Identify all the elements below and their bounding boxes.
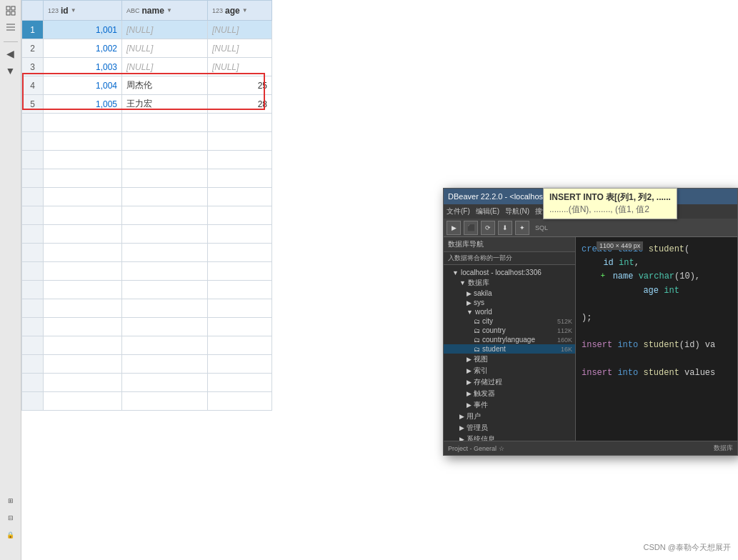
nav-item-sysinfo[interactable]: ▶ 系统信息 bbox=[444, 434, 575, 441]
toolbar-bottom-btn-2[interactable]: ⊟ bbox=[2, 510, 19, 526]
menu-edit[interactable]: 编辑(E) bbox=[476, 206, 499, 216]
nav-expand-icon: ▶ bbox=[459, 436, 464, 441]
nav-item-triggers[interactable]: ▶ 触发器 bbox=[444, 388, 575, 399]
table-icon: 🗂 bbox=[474, 327, 480, 334]
nav-item-label: sys bbox=[474, 299, 484, 306]
cell-name[interactable]: [NULL] bbox=[122, 21, 208, 39]
cell-id[interactable]: 1,004 bbox=[44, 76, 122, 95]
nav-item-events[interactable]: ▶ 事件 bbox=[444, 399, 575, 411]
nav-tree: ▼ localhost - localhost:3306 ▼ 数据库 ▶ sak… bbox=[444, 265, 575, 441]
code-line-5: ); bbox=[582, 311, 732, 325]
nav-item-label: city bbox=[482, 317, 493, 325]
sql-hint-box: INSERT INTO 表[(列1, 列2, ...... ........(值… bbox=[543, 188, 677, 219]
code-line-3: + name varchar(10), bbox=[582, 270, 732, 284]
nav-item-label: localhost - localhost:3306 bbox=[461, 269, 542, 276]
cell-name[interactable]: 周杰伦 bbox=[122, 76, 208, 95]
row-number: 5 bbox=[22, 95, 44, 114]
svg-rect-3 bbox=[11, 11, 15, 15]
nav-item-indexes[interactable]: ▶ 索引 bbox=[444, 365, 575, 376]
nav-item-size: 160K bbox=[557, 336, 572, 344]
sort-icon-age[interactable]: ▼ bbox=[242, 7, 248, 14]
nav-item-city[interactable]: 🗂 city 512K bbox=[444, 316, 575, 326]
col-header-age[interactable]: 123 age ▼ bbox=[208, 1, 272, 21]
cell-age[interactable]: 28 bbox=[208, 95, 272, 114]
toolbar-arrow-up[interactable]: ◀ bbox=[2, 46, 19, 61]
data-table: 123 id ▼ ABC name ▼ bbox=[21, 0, 272, 411]
toolbar-arrow-down[interactable]: ▼ bbox=[2, 63, 19, 79]
nav-item-label: countrylanguage bbox=[482, 336, 535, 344]
table-icon: 🗂 bbox=[474, 318, 480, 325]
cell-name[interactable]: 王力宏 bbox=[122, 95, 208, 114]
nav-sub-header: 入数据将合称的一部分 bbox=[444, 252, 575, 265]
nav-item-sakila[interactable]: ▶ sakila bbox=[444, 289, 575, 298]
nav-item-procedures[interactable]: ▶ 存储过程 bbox=[444, 376, 575, 388]
nav-item-admin[interactable]: ▶ 管理员 bbox=[444, 422, 575, 434]
nav-item-databases[interactable]: ▼ 数据库 bbox=[444, 277, 575, 289]
code-line-2: id int, bbox=[582, 256, 732, 270]
cell-age[interactable]: [NULL] bbox=[208, 58, 272, 76]
code-editor[interactable]: create table student( id int, + name var… bbox=[576, 237, 737, 441]
cell-name[interactable]: [NULL] bbox=[122, 58, 208, 76]
nav-item-size: 16K bbox=[561, 346, 572, 353]
nav-panel[interactable]: 数据库导航 入数据将合称的一部分 ▼ localhost - localhost… bbox=[444, 237, 576, 441]
cell-age[interactable]: 25 bbox=[208, 76, 272, 95]
nav-item-localhost[interactable]: ▼ localhost - localhost:3306 bbox=[444, 268, 575, 277]
toolbar-bottom-btn-1[interactable]: ⊞ bbox=[2, 493, 19, 509]
cell-id[interactable]: 1,005 bbox=[44, 95, 122, 114]
cell-id[interactable]: 1,003 bbox=[44, 58, 122, 76]
nav-item-student[interactable]: 🗂 student 16K bbox=[444, 344, 575, 354]
svg-rect-1 bbox=[11, 6, 15, 10]
cell-name[interactable]: [NULL] bbox=[122, 39, 208, 58]
code-plus-icon: + bbox=[582, 270, 610, 283]
nav-item-world[interactable]: ▼ world bbox=[444, 307, 575, 316]
toolbar-grid-btn[interactable] bbox=[2, 3, 19, 19]
db-toolbar-btn-5[interactable]: ✦ bbox=[515, 221, 529, 235]
sort-icon-name[interactable]: ▼ bbox=[166, 7, 172, 14]
nav-item-country[interactable]: 🗂 country 112K bbox=[444, 326, 575, 335]
db-toolbar-btn-2[interactable]: ⬛ bbox=[464, 221, 478, 235]
table-row[interactable]: 1 1,001 [NULL] [NULL] bbox=[22, 21, 272, 39]
nav-item-sys[interactable]: ▶ sys bbox=[444, 298, 575, 307]
cell-age[interactable]: [NULL] bbox=[208, 39, 272, 58]
db-toolbar-btn-1[interactable]: ▶ bbox=[447, 221, 461, 235]
table-row[interactable]: 5 1,005 王力宏 28 bbox=[22, 95, 272, 114]
toolbar-bottom-btn-3[interactable]: 🔒 bbox=[2, 527, 19, 543]
toolbar-list-btn[interactable] bbox=[2, 19, 19, 35]
svg-rect-2 bbox=[6, 11, 10, 15]
col-header-id[interactable]: 123 id ▼ bbox=[44, 1, 122, 21]
table-row bbox=[22, 281, 272, 299]
nav-expand-icon: ▶ bbox=[459, 413, 464, 420]
table-row[interactable]: 2 1,002 [NULL] [NULL] bbox=[22, 39, 272, 58]
table-row bbox=[22, 225, 272, 244]
row-number: 2 bbox=[22, 39, 44, 58]
col-header-rownum bbox=[22, 1, 44, 21]
menu-nav[interactable]: 导航(N) bbox=[505, 206, 529, 216]
svg-rect-0 bbox=[6, 6, 10, 10]
db-toolbar-btn-4[interactable]: ⬇ bbox=[498, 221, 512, 235]
nav-item-label: 系统信息 bbox=[467, 434, 495, 441]
nav-expand-icon: ▶ bbox=[459, 424, 464, 431]
watermark: CSDN @泰勒今天想展开 bbox=[644, 542, 731, 553]
nav-item-users[interactable]: ▶ 用户 bbox=[444, 411, 575, 422]
table-row[interactable]: 4 1,004 周杰伦 25 bbox=[22, 76, 272, 95]
row-number: 3 bbox=[22, 58, 44, 76]
sort-icon-id[interactable]: ▼ bbox=[71, 7, 76, 14]
table-icon: 🗂 bbox=[474, 346, 480, 353]
table-row bbox=[22, 355, 272, 374]
table-row bbox=[22, 336, 272, 355]
nav-item-label: world bbox=[475, 308, 492, 316]
nav-item-views[interactable]: ▶ 视图 bbox=[444, 354, 575, 365]
menu-file[interactable]: 文件(F) bbox=[447, 206, 470, 216]
nav-item-countrylanguage[interactable]: 🗂 countrylanguage 160K bbox=[444, 335, 575, 344]
nav-expand-icon: ▶ bbox=[467, 299, 472, 306]
table-row bbox=[22, 299, 272, 318]
cell-age[interactable]: [NULL] bbox=[208, 21, 272, 39]
dbeaver-window: DBeaver 22.2.0 - <localhost> Script 文件(F… bbox=[443, 188, 738, 456]
sql-hint-line1: INSERT INTO 表[(列1, 列2, ...... bbox=[549, 191, 671, 204]
db-toolbar-btn-3[interactable]: ⟳ bbox=[481, 221, 495, 235]
table-row[interactable]: 3 1,003 [NULL] [NULL] bbox=[22, 58, 272, 76]
cell-id[interactable]: 1,001 bbox=[44, 21, 122, 39]
col-header-name[interactable]: ABC name ▼ bbox=[122, 1, 208, 21]
cell-id[interactable]: 1,002 bbox=[44, 39, 122, 58]
nav-item-label: 视图 bbox=[474, 354, 488, 364]
